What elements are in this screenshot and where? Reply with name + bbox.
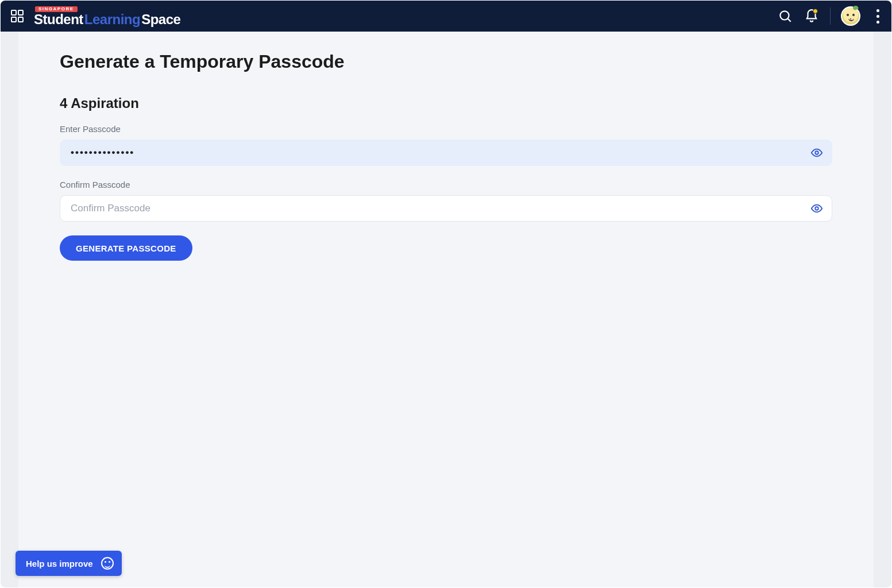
content-panel: Generate a Temporary Passcode 4 Aspirati… bbox=[18, 32, 874, 587]
logo-text: Student Learning Space bbox=[34, 13, 180, 26]
header-actions bbox=[777, 6, 885, 26]
user-avatar[interactable] bbox=[841, 6, 860, 26]
svg-rect-2 bbox=[11, 17, 16, 22]
svg-point-4 bbox=[780, 11, 789, 20]
page-title: Generate a Temporary Passcode bbox=[60, 51, 832, 72]
app-frame: SINGAPORE Student Learning Space bbox=[1, 1, 891, 587]
enter-passcode-label: Enter Passcode bbox=[60, 124, 832, 134]
generate-passcode-button[interactable]: GENERATE PASSCODE bbox=[60, 235, 192, 261]
confirm-passcode-label: Confirm Passcode bbox=[60, 180, 832, 189]
header-divider bbox=[830, 7, 831, 25]
toggle-visibility-icon[interactable] bbox=[809, 145, 824, 160]
search-icon[interactable] bbox=[777, 8, 793, 24]
section-title: 4 Aspiration bbox=[60, 95, 832, 111]
svg-point-7 bbox=[815, 207, 818, 210]
app-logo[interactable]: SINGAPORE Student Learning Space bbox=[34, 6, 180, 26]
app-header: SINGAPORE Student Learning Space bbox=[1, 1, 891, 32]
svg-rect-1 bbox=[18, 10, 23, 15]
notification-badge bbox=[813, 9, 818, 14]
smiley-icon bbox=[101, 557, 114, 570]
apps-grid-icon[interactable] bbox=[10, 9, 25, 24]
enter-passcode-input[interactable] bbox=[60, 140, 832, 166]
enter-passcode-field bbox=[60, 140, 832, 166]
toggle-visibility-icon[interactable] bbox=[809, 201, 824, 216]
logo-badge: SINGAPORE bbox=[35, 6, 78, 12]
kebab-menu-icon[interactable] bbox=[871, 9, 885, 24]
svg-rect-3 bbox=[18, 17, 23, 22]
confirm-passcode-input[interactable] bbox=[60, 195, 832, 222]
notifications-icon[interactable] bbox=[804, 8, 820, 24]
svg-point-6 bbox=[815, 151, 818, 154]
help-improve-widget[interactable]: Help us improve bbox=[16, 551, 122, 576]
confirm-passcode-field bbox=[60, 195, 832, 222]
svg-rect-0 bbox=[11, 10, 16, 15]
svg-line-5 bbox=[788, 19, 791, 22]
help-improve-label: Help us improve bbox=[26, 559, 93, 568]
